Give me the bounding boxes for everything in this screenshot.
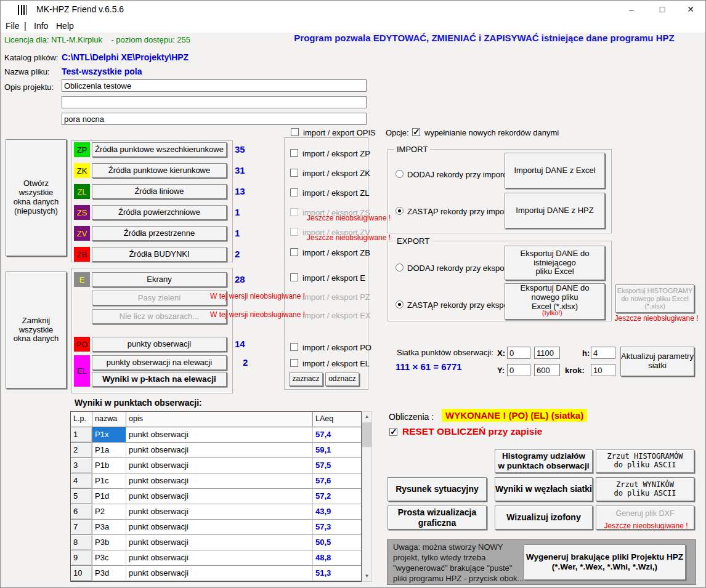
nie-licz-button: Nie licz w obszarach...	[92, 309, 227, 324]
row-lp-cell: 3	[71, 458, 92, 473]
grid-x-min-input[interactable]	[507, 347, 530, 359]
open-all-windows-button[interactable]: Otwórz wszystkie okna danych (niepustych…	[6, 139, 67, 256]
generate-missing-files-button[interactable]: Wygeneruj brakujące pliki Projektu HPZ (…	[524, 544, 686, 580]
row-name-cell[interactable]: P1a	[92, 443, 126, 458]
export-existing-excel-button[interactable]: Eksportuj DANE do istniejącego pliku Exc…	[505, 246, 605, 280]
impexp-zl-checkbox[interactable]	[290, 188, 298, 196]
odznacz-button[interactable]: odznacz	[325, 373, 359, 386]
table-row[interactable]: 9 P3c punkt obserwacji 48,8	[71, 550, 361, 566]
table-row[interactable]: 10 P3d punkt obserwacji 51,3	[71, 566, 361, 581]
menu-help[interactable]: Help	[56, 21, 74, 31]
menu-info[interactable]: Info	[34, 21, 48, 31]
results-title: Wyniki w punktach obserwacji:	[75, 398, 202, 408]
close-button[interactable]: ✕	[681, 2, 700, 17]
zrzut-histogramow-button[interactable]: Zrzut HISTOGRAMÓW do pliku ASCII	[596, 449, 694, 473]
table-row[interactable]: 6 P2 punkt obserwacji 43,9	[71, 504, 361, 520]
impexp-zk-checkbox[interactable]	[290, 169, 298, 177]
punkty-obserwacji-button[interactable]: punkty obserwacji	[92, 337, 227, 352]
grid-h-input[interactable]	[591, 347, 615, 359]
zl-sources-button[interactable]: Źródła liniowe	[92, 184, 227, 199]
description-input-3[interactable]	[62, 113, 367, 125]
histogramy-udzialow-button[interactable]: Histogramy udziałów w punktach obserwacj…	[495, 449, 593, 473]
impexp-zb-checkbox[interactable]	[290, 248, 298, 256]
row-name-cell[interactable]: P1c	[92, 473, 126, 489]
description-input-1[interactable]	[62, 79, 367, 92]
reset-calc-checkbox[interactable]	[389, 428, 397, 436]
table-row[interactable]: 7 P3a punkt obserwacji 57,3	[71, 520, 361, 535]
prosta-wizualizacja-button[interactable]: Prosta wizualizacja graficzna	[387, 505, 487, 530]
zb-sources-button[interactable]: Źródła BUDYNKI	[92, 247, 227, 262]
zs-sources-button[interactable]: Źródła powierzchniowe	[92, 205, 227, 220]
maximize-button[interactable]: □	[652, 2, 672, 17]
row-opis-cell: punkt obserwacji	[126, 566, 313, 581]
wyniki-wezly-button[interactable]: Wyniki w węzłach siatki	[495, 477, 593, 501]
zp-sources-button[interactable]: Źródła punktowe wszechkierunkowe	[92, 142, 227, 157]
results-scrollbar[interactable]: ▲ ▼	[362, 411, 372, 582]
import-export-opis-checkbox[interactable]	[291, 128, 299, 136]
grid-y-min-input[interactable]	[507, 364, 530, 376]
zk-sources-button[interactable]: Źródła punktowe kierunkowe	[92, 163, 227, 178]
grid-y-label: Y:	[497, 366, 505, 375]
row-name-cell[interactable]: P2	[92, 504, 126, 520]
zaznacz-button[interactable]: zaznacz	[289, 373, 323, 386]
row-name-cell[interactable]: P3d	[92, 566, 126, 581]
grid-x-max-input[interactable]	[534, 347, 560, 359]
export-groupbox: EXPORT DODAJ rekordy przy eksporcie ZAST…	[387, 241, 612, 321]
catalog-value: C:\NTL\Delphi XE\Projekty\HPZ	[62, 52, 189, 62]
description-input-2[interactable]	[62, 96, 367, 108]
scrollbar-down-icon[interactable]: ▼	[362, 571, 371, 581]
import-replace-radio[interactable]	[396, 207, 404, 215]
generuj-dxf-note: Jeszcze nieobsługiwane !	[601, 522, 691, 530]
export-add-radio[interactable]	[396, 264, 404, 272]
grid-y-max-input[interactable]	[534, 364, 560, 376]
scrollbar-up-icon[interactable]: ▲	[362, 412, 371, 422]
rysunek-sytuacyjny-button[interactable]: Rysunek sytuacyjny	[387, 477, 487, 501]
table-row[interactable]: 3 P1b punkt obserwacji 57,5	[71, 458, 361, 473]
close-all-windows-button[interactable]: Zamknij wszystkie okna danych	[6, 272, 67, 389]
fill-new-records-checkbox[interactable]	[412, 128, 420, 136]
impexp-zp-checkbox[interactable]	[290, 149, 298, 157]
scrollbar-thumb[interactable]	[362, 422, 371, 447]
license-level: - poziom dostępu: 255	[111, 35, 190, 44]
export-histograms-note: Jeszcze nieobsługiwane !	[612, 314, 701, 323]
impexp-po-checkbox[interactable]	[290, 343, 298, 351]
update-grid-button[interactable]: Aktualizuj parametry siatki	[620, 347, 694, 376]
impexp-e-checkbox[interactable]	[290, 273, 298, 281]
zv-sources-button[interactable]: Źródła przestrzenne	[92, 226, 227, 241]
row-name-cell[interactable]: P1d	[92, 489, 126, 504]
grid-step-input[interactable]	[591, 364, 615, 376]
minimize-button[interactable]: –	[622, 2, 641, 17]
calc-status-badge: WYKONANE ! (PO) (EL) (siatka)	[442, 409, 587, 422]
fill-new-records-label: wypełnianie nowych rekordów danymi	[424, 128, 559, 137]
impexp-el-checkbox[interactable]	[290, 359, 298, 367]
menu-file[interactable]: File	[6, 21, 20, 31]
import-add-radio[interactable]	[396, 170, 404, 178]
app-window: MK-HPZ Friend v.6.5.6 – □ ✕ File | Info …	[0, 0, 706, 588]
source-row-zp: ZP Źródła punktowe wszechkierunkowe 35	[74, 142, 265, 157]
import-excel-button[interactable]: Importuj DANE z Excel	[505, 153, 605, 188]
results-table-header: L.p. nazwa opis LAeq	[71, 412, 361, 427]
row-name-cell[interactable]: P3b	[92, 535, 126, 550]
punkty-elewacja-button[interactable]: punkty obserwacji na elewacji	[92, 355, 227, 370]
wyniki-elewacja-button[interactable]: Wyniki w p-ktach na elewacji	[92, 372, 227, 387]
import-hpz-button[interactable]: Importuj DANE z HPZ	[505, 193, 605, 228]
ekrany-button[interactable]: Ekrany	[92, 272, 227, 287]
grid-formula: 111 × 61 = 6771	[396, 361, 462, 372]
impexp-ex-label: import / eksport EX	[302, 311, 371, 320]
row-opis-cell: punkt obserwacji	[126, 550, 313, 566]
row-name-cell[interactable]: P1b	[92, 458, 126, 473]
grid-step-label: krok:	[565, 366, 585, 375]
table-row[interactable]: 2 P1a punkt obserwacji 59,1	[71, 443, 361, 458]
zrzut-wynikow-button[interactable]: Zrzut WYNIKÓW do pliku ASCII	[596, 477, 694, 501]
table-row[interactable]: 4 P1c punkt obserwacji 57,6	[71, 473, 361, 489]
table-row[interactable]: 5 P1d punkt obserwacji 57,2	[71, 489, 361, 504]
row-name-cell[interactable]: P3a	[92, 520, 126, 535]
export-replace-radio[interactable]	[396, 300, 404, 308]
row-name-cell[interactable]: P1x	[92, 427, 126, 443]
wizualizuj-izofony-button[interactable]: Wizualizuj izofony	[495, 505, 593, 530]
zp-tag: ZP	[74, 142, 90, 157]
row-laeq-cell: 48,8	[313, 550, 361, 566]
table-row[interactable]: 1 P1x punkt obserwacji 57,4	[71, 427, 361, 443]
table-row[interactable]: 8 P3b punkt obserwacji 50,5	[71, 535, 361, 550]
row-name-cell[interactable]: P3c	[92, 550, 126, 566]
